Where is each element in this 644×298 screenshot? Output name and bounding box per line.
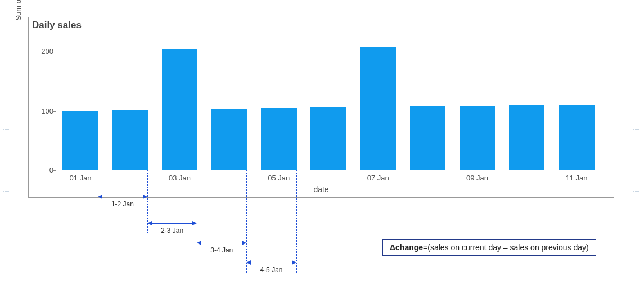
span-label: 2-3 Jan [161,227,183,234]
x-tick: 07 Jan [367,174,389,182]
bar [460,106,495,170]
bar [261,108,296,170]
bar [62,111,98,171]
y-axis-label: Sum of sales [14,0,22,56]
x-tick: 03 Jan [169,174,191,182]
y-tick: 200 [37,47,53,56]
bar [310,107,346,170]
chart-container: Daily sales Sum of sales 010020001 Jan03… [28,17,614,198]
span-label: 1-2 Jan [111,200,134,208]
y-tick: 0 [37,166,53,174]
span-label: 3-4 Jan [210,246,233,254]
x-tick: 05 Jan [268,174,290,182]
x-tick: 09 Jan [466,174,488,182]
delta-eq: =(sales on current day – sales on previo… [423,243,589,252]
guide-line [246,170,247,273]
delta-formula-box: Δchange=(sales on current day – sales on… [382,239,596,256]
guide-line [197,170,197,253]
y-tick: 100 [37,107,53,115]
bar [360,47,395,170]
chart-title: Daily sales [32,20,82,31]
bar [559,105,594,170]
x-tick: 11 Jan [565,174,587,182]
bar [509,105,544,170]
bar [162,49,197,170]
x-tick: 01 Jan [70,174,92,182]
delta-key: Δchange [390,243,423,252]
bar [211,109,247,170]
span-label: 4-5 Jan [260,266,282,274]
bar [410,106,445,170]
guide-line [296,170,297,273]
bar [112,110,148,170]
x-axis-label: date [29,185,614,194]
guide-line [147,170,148,233]
plot-area: 010020001 Jan03 Jan05 Jan07 Jan09 Jan11 … [56,40,601,170]
